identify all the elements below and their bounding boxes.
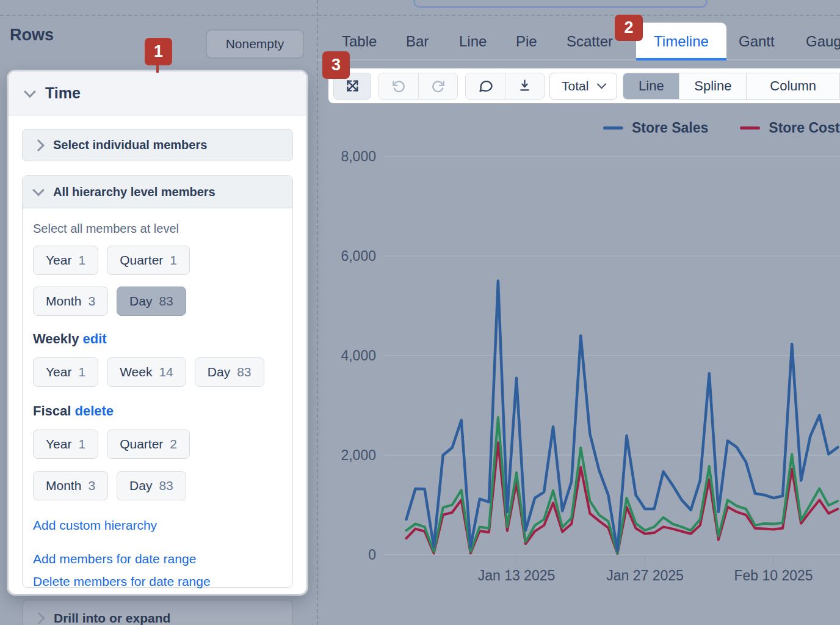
level-chip-quarter[interactable]: Quarter 2 (107, 429, 190, 459)
level-chip-label: Day (208, 365, 230, 379)
level-chip-label: Quarter (120, 437, 163, 451)
legend-item-store-sales[interactable]: Store Sales (603, 120, 708, 136)
weekly-levels-row: Year 1 Week 14 Day 83 (33, 357, 284, 387)
level-chip-count: 3 (88, 294, 95, 309)
svg-text:6,000: 6,000 (341, 248, 376, 264)
fiscal-label: Fiscal (33, 403, 71, 418)
level-chip-year[interactable]: Year 1 (33, 246, 98, 275)
comment-button[interactable] (466, 73, 505, 99)
fiscal-delete-link[interactable]: delete (75, 403, 114, 418)
level-chip-label: Day (129, 294, 152, 309)
svg-text:Feb 10 2025: Feb 10 2025 (734, 568, 813, 583)
svg-text:8,000: 8,000 (341, 148, 376, 164)
svg-text:4,000: 4,000 (341, 348, 376, 364)
time-hierarchy-panel: Time Select individual members All hiera… (9, 71, 306, 594)
nonempty-button[interactable]: Nonempty (206, 29, 304, 59)
redo-icon (430, 78, 446, 94)
section-label: Select individual members (53, 138, 207, 152)
level-chip-week[interactable]: Week 14 (107, 357, 186, 387)
level-chip-count: 1 (78, 365, 85, 379)
time-panel-header[interactable]: Time (9, 71, 306, 115)
level-chip-year[interactable]: Year 1 (33, 357, 98, 387)
section-drill-into-or-expand[interactable]: Drill into or expand (22, 599, 293, 625)
all-hierarchy-body: Select all members at level Year 1 Quart… (23, 208, 292, 589)
expand-icon (344, 78, 361, 94)
svg-text:Jan 13 2025: Jan 13 2025 (478, 568, 556, 583)
legend-label: Store Sales (632, 120, 708, 136)
download-icon (516, 78, 533, 94)
rows-panel-title: Rows (10, 26, 54, 45)
level-chip-label: Year (46, 437, 71, 451)
section-label: All hierarchy level members (53, 185, 215, 199)
chart-toolbar: Total Line Spline Column (328, 68, 840, 103)
chevron-right-icon (32, 139, 45, 152)
tab-bar[interactable]: Bar (406, 23, 429, 60)
level-chip-count: 83 (237, 365, 251, 379)
level-chip-label: Week (120, 365, 152, 379)
redo-button[interactable] (418, 73, 457, 99)
fiscal-levels-row-1: Year 1 Quarter 2 (33, 429, 284, 459)
legend-item-store-cost[interactable]: Store Cost (740, 120, 839, 136)
weekly-label: Weekly (33, 331, 79, 346)
level-chip-month[interactable]: Month 3 (33, 471, 108, 500)
fiscal-levels-row-2: Month 3 Day 83 (33, 471, 284, 500)
section-label: Drill into or expand (54, 611, 170, 625)
chart-style-segmented-control: Line Spline Column (623, 73, 840, 100)
section-select-individual-members[interactable]: Select individual members (22, 129, 293, 161)
undo-button[interactable] (379, 73, 418, 99)
section-all-hierarchy-header[interactable]: All hierarchy level members (23, 176, 292, 208)
chevron-down-icon (32, 184, 45, 196)
level-chip-year[interactable]: Year 1 (33, 429, 98, 459)
level-chip-count: 3 (88, 478, 95, 493)
undo-redo-group (378, 73, 458, 100)
level-chip-day[interactable]: Day 83 (195, 357, 264, 387)
chevron-right-icon (33, 612, 45, 624)
annotation-badge-1: 1 (145, 38, 172, 65)
level-chip-day-selected[interactable]: Day 83 (117, 287, 186, 316)
tab-scatter[interactable]: Scatter (567, 23, 613, 60)
level-chip-count: 2 (170, 437, 177, 451)
level-chip-label: Month (46, 478, 81, 493)
level-chip-count: 1 (78, 437, 85, 451)
level-chip-count: 83 (159, 294, 173, 309)
level-chip-label: Quarter (120, 253, 163, 268)
default-levels-row-2: Month 3 Day 83 (33, 287, 284, 316)
weekly-edit-link[interactable]: edit (83, 331, 107, 346)
cutoff-highlighted-dropzone (413, 0, 708, 8)
select-all-members-label: Select all members at level (33, 222, 284, 236)
delete-members-for-date-range-link[interactable]: Delete members for date range (33, 574, 284, 589)
level-chip-count: 83 (159, 478, 173, 493)
style-line-button[interactable]: Line (623, 73, 679, 99)
chevron-down-icon (597, 79, 607, 89)
level-chip-label: Year (46, 365, 71, 379)
level-chip-label: Year (46, 253, 71, 268)
tab-gantt[interactable]: Gantt (739, 23, 775, 60)
total-dropdown[interactable]: Total (549, 73, 617, 100)
comment-download-group (465, 73, 545, 100)
level-chip-day[interactable]: Day 83 (117, 471, 186, 500)
app-screen: Rows Nonempty 1 Time Select individual m… (0, 0, 840, 625)
annotation-badge-3: 3 (322, 51, 350, 79)
add-custom-hierarchy-link[interactable]: Add custom hierarchy (33, 518, 284, 533)
store-sales-line-swatch (603, 126, 623, 130)
timeline-line-chart: 02,0004,0006,0008,000Jan 13 2025Jan 27 2… (317, 142, 840, 625)
download-button[interactable] (505, 73, 544, 99)
tab-line[interactable]: Line (459, 23, 487, 60)
style-spline-button[interactable]: Spline (679, 73, 746, 99)
add-members-for-date-range-link[interactable]: Add members for date range (33, 552, 284, 566)
level-chip-month[interactable]: Month 3 (33, 287, 108, 316)
style-column-button[interactable]: Column (746, 73, 839, 99)
comment-bubble-icon (477, 78, 494, 94)
legend-label: Store Cost (769, 120, 839, 136)
tab-timeline-active[interactable]: Timeline (636, 23, 726, 60)
chart-legend: Store Sales Store Cost (603, 120, 840, 136)
layout-splitter-vertical (317, 0, 318, 625)
store-cost-line-swatch (740, 126, 760, 130)
tab-pie[interactable]: Pie (516, 23, 537, 60)
level-chip-count: 14 (159, 365, 173, 379)
level-chip-quarter[interactable]: Quarter 1 (107, 246, 190, 275)
svg-text:0: 0 (368, 547, 376, 563)
tab-gauge[interactable]: Gauge (806, 23, 840, 60)
section-all-hierarchy-members: All hierarchy level members Select all m… (22, 175, 293, 588)
default-levels-row-1: Year 1 Quarter 1 (33, 246, 284, 275)
